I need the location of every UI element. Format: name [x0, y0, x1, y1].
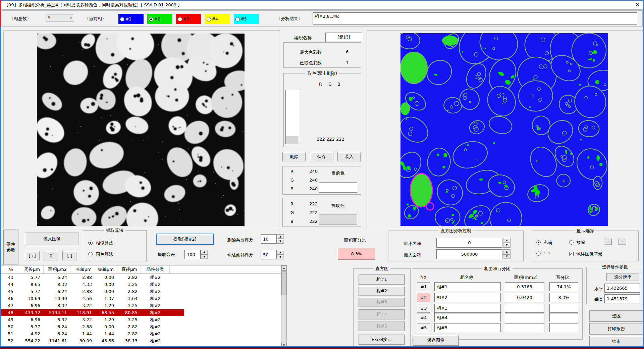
spin-up-icon[interactable]: ▲: [503, 249, 511, 254]
vertical-value[interactable]: 1.451379: [604, 294, 640, 303]
table-cell: 8.32: [44, 316, 70, 323]
spin-down-icon[interactable]: ▼: [277, 255, 284, 259]
plus-button[interactable]: [+]: [25, 251, 40, 260]
phase-name-field[interactable]: 相#2: [434, 293, 501, 302]
spin-up-icon[interactable]: ▲: [201, 250, 208, 254]
spin-down-icon[interactable]: ▼: [503, 243, 511, 248]
table-row[interactable]: 514.926.241.441.442.82相#2: [1, 330, 184, 337]
table-scrollbar[interactable]: ▲ ▼: [281, 265, 287, 348]
delete-color-button[interactable]: 删除: [282, 152, 306, 161]
max-area-input[interactable]: 500000: [436, 249, 502, 259]
scroll-thumb[interactable]: [281, 271, 286, 295]
sample-bg-checkbox[interactable]: 试样图像背景: [569, 251, 602, 257]
table-row[interactable]: 48433.325134.11118.9168.5580.85相#2: [1, 309, 184, 316]
save-color-button[interactable]: 保存: [310, 152, 333, 161]
table-row[interactable]: 455.776.242.880.002.82相#2: [1, 288, 184, 295]
load-color-button[interactable]: 装入: [337, 152, 361, 161]
color-count-box: 最大色彩数 6 已取色彩数 1: [283, 42, 361, 68]
fill-spinner[interactable]: ▲▼: [277, 250, 284, 259]
phase-name-field[interactable]: 相#1: [434, 282, 501, 291]
display-option-one2one[interactable]: 1:1: [536, 251, 550, 257]
zoom-in-button[interactable]: ＋: [604, 239, 612, 245]
max-colors-label: 最大色彩数: [300, 49, 322, 55]
algo-option-samecolor[interactable]: 同色算法: [88, 251, 113, 257]
table-cell: 80.09: [70, 337, 95, 344]
algo-option-similar[interactable]: 相似算法: [88, 240, 113, 246]
spin-down-icon[interactable]: ▼: [201, 254, 208, 259]
histogram-button-1[interactable]: 相#1: [359, 275, 405, 285]
picked-color-list-item[interactable]: [286, 136, 299, 144]
zoom-out-button[interactable]: －: [619, 239, 626, 245]
close-icon[interactable]: ✕: [634, 1, 641, 8]
phase-swatch-4[interactable]: #4: [205, 14, 230, 24]
fill-input[interactable]: 50: [261, 250, 277, 259]
extract-phase-button[interactable]: 提取[相#2]: [156, 234, 214, 245]
spin-up-icon[interactable]: ▲: [277, 234, 284, 239]
phase-name-field[interactable]: 相#5: [434, 323, 501, 332]
grain-table: №周长μm面积μm2长轴μm短轴μm直径μm晶粒分类 435.776.242.8…: [1, 265, 287, 349]
pick-color-group-label: 取色(双击删除): [306, 70, 339, 77]
max-area-spinner[interactable]: ▲▼: [503, 249, 511, 259]
phase-swatch-2[interactable]: #2: [147, 14, 172, 24]
extract-color-box: R 222 G 222 B 222 提取色: [282, 198, 361, 227]
table-cell: 554.22: [18, 337, 44, 344]
spin-up-icon[interactable]: ▲: [277, 250, 284, 255]
radio-icon: [207, 17, 211, 21]
specimen-grayscale-image[interactable]: [37, 34, 245, 226]
save-image-button[interactable]: 保存图像: [413, 335, 459, 346]
min-area-spinner[interactable]: ▲▼: [503, 238, 511, 248]
table-cell: 3.25: [117, 302, 141, 309]
phase-pct-field: [549, 323, 578, 332]
table-cell: 1.37: [95, 295, 117, 302]
table-row[interactable]: 476.968.323.221.293.25相#2: [1, 302, 184, 309]
checkbox-icon: [569, 252, 574, 256]
histogram-button-6[interactable]: Excel接口: [359, 335, 405, 345]
analysis-result-field[interactable]: 相#2:8.3%;: [313, 12, 637, 24]
histogram-button-3: 相#3: [359, 297, 405, 307]
current-color-box: R 240 G 240 B 240 当前色: [282, 166, 361, 195]
hardware-params-button[interactable]: 硬件参数: [3, 230, 18, 265]
horizontal-value[interactable]: 1.432665: [604, 284, 640, 293]
phase-swatch-1[interactable]: #1: [118, 14, 144, 24]
tolerance-input[interactable]: 100: [184, 250, 201, 259]
table-row[interactable]: 4610.6910.404.561.373.64相#2: [1, 295, 184, 302]
spin-up-icon[interactable]: ▲: [503, 238, 511, 243]
minus-button[interactable]: [-]: [62, 251, 77, 260]
tolerance-spinner[interactable]: ▲▼: [201, 250, 208, 259]
max-colors-value: 6: [346, 49, 348, 54]
phase-swatch-5[interactable]: #5: [234, 14, 259, 24]
structure-name-field[interactable]: {组织}: [325, 33, 362, 42]
table-row[interactable]: 496.968.323.221.293.25相#2: [1, 316, 184, 323]
table-cell: 2.82: [117, 288, 141, 295]
spin-down-icon[interactable]: ▼: [503, 254, 511, 259]
noise-spinner[interactable]: ▲▼: [277, 234, 284, 244]
display-option-zoom[interactable]: 放缩: [569, 240, 585, 246]
phase-total-select[interactable]: 5 ∨: [46, 14, 74, 21]
algorithm-group: 提取算法 相似算法 同色算法: [83, 230, 147, 261]
spin-down-icon[interactable]: ▼: [277, 239, 284, 244]
table-cell: 45: [1, 288, 18, 295]
display-option-fit[interactable]: 充满: [536, 240, 552, 246]
table-row[interactable]: 505.776.242.880.002.82相#2: [1, 323, 184, 330]
table-row[interactable]: 435.776.242.880.002.82相#2: [1, 274, 184, 281]
select-resolution-button[interactable]: 选分辨率: [606, 273, 639, 281]
scroll-up-icon[interactable]: ▲: [281, 265, 286, 271]
end-button[interactable]: 结束: [589, 336, 643, 347]
print-report-button[interactable]: 打印报告: [589, 323, 643, 335]
min-area-input[interactable]: 0: [436, 238, 502, 248]
picked-color-list[interactable]: [285, 90, 299, 144]
table-row[interactable]: 52554.221141.6180.0945.5638.13相#2: [1, 337, 184, 344]
load-image-button[interactable]: 装入图像: [25, 233, 79, 245]
zero-button[interactable]: 0: [44, 251, 58, 260]
histogram-button-2[interactable]: 相#2: [359, 286, 405, 296]
select-region-button[interactable]: 选区: [589, 310, 643, 322]
phase-swatch-3[interactable]: #3: [176, 14, 201, 24]
noise-input[interactable]: 10: [261, 234, 277, 244]
result-image-panel: [367, 31, 643, 229]
phase-name-field[interactable]: 相#3: [434, 304, 501, 313]
phase-name-field[interactable]: 相#4: [434, 313, 501, 322]
table-header-cell: 短轴μm: [95, 265, 117, 273]
table-row[interactable]: 448.658.324.330.003.25相#2: [1, 281, 184, 288]
radio-icon: [120, 17, 124, 21]
phase-area-group-label: 相面积百分比: [482, 266, 513, 272]
